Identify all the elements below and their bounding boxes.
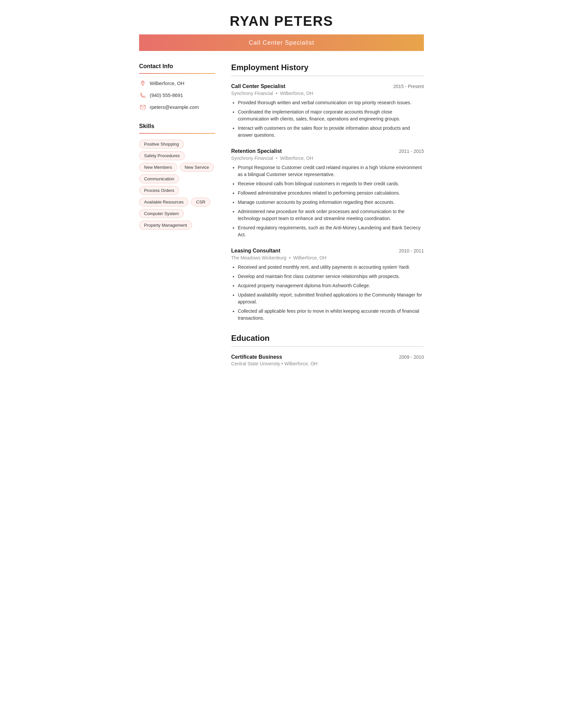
skills-section: Skills Positive ShoppingSafety Procedure… [139,123,215,230]
contact-divider [139,73,215,74]
main-layout: Contact Info Wilberforce, OH [139,63,424,366]
skills-tags-container: Positive ShoppingSafety ProceduresNew Me… [139,140,215,230]
job-header: Leasing Consultant 2010 - 2011 [231,248,424,254]
job-bullets-list: Received and posted monthly rent, and ut… [231,264,424,322]
job-bullet: Collected all applicable fees prior to m… [238,308,424,322]
phone-icon [139,92,146,99]
job-bullet: Followed administrative procedures relat… [238,190,424,197]
job-company: Synchrony Financial • Wilberforce, OH [231,91,424,96]
contact-email: rpeters@example.com [139,104,215,111]
contact-phone: (940) 555-8691 [139,92,215,99]
contact-location-text: Wilberforce, OH [150,81,184,86]
job-bullet: Updated availability report, submitted f… [238,292,424,305]
location-icon [139,80,146,87]
title-banner: Call Center Specialist [139,34,424,51]
job-title-text: Leasing Consultant [231,248,280,254]
skills-heading: Skills [139,123,215,130]
edu-dates: 2009 - 2010 [399,354,424,360]
svg-point-0 [142,82,143,83]
skill-tag: Process Orders [139,186,179,195]
contact-heading: Contact Info [139,63,215,70]
contact-location: Wilberforce, OH [139,80,215,87]
skill-tag: Available Resources [139,198,188,206]
job-company: Synchrony Financial • Wilberforce, OH [231,156,424,161]
education-divider [231,346,424,347]
job-header: Call Center Specialist 2015 - Present [231,83,424,89]
job-bullet: Received and posted monthly rent, and ut… [238,264,424,271]
skill-tag: Computer System [139,209,184,218]
job-dates: 2010 - 2011 [399,248,424,253]
employment-divider [231,75,424,76]
contact-phone-text: (940) 555-8691 [150,93,183,98]
job-title-text: Call Center Specialist [231,83,286,89]
skill-tag: CSR [191,198,210,206]
skill-tag: Safety Procedures [139,151,185,160]
job-company: The Meadows Wickenburg • Wilberforce, OH [231,255,424,260]
edu-container: Certificate Business 2009 - 2010 Central… [231,354,424,366]
skill-tag: Positive Shopping [139,140,184,149]
contact-email-text: rpeters@example.com [150,105,199,110]
education-section: Education Certificate Business 2009 - 20… [231,334,424,366]
skill-tag: New Members [139,163,177,172]
edu-school: Central State University • Wilberforce, … [231,361,424,366]
skills-divider [139,133,215,134]
job-dates: 2011 - 2015 [399,149,424,154]
job-entry: Call Center Specialist 2015 - Present Sy… [231,83,424,139]
job-bullet: Prompt Response to Customer credit card … [238,164,424,178]
education-heading: Education [231,334,424,343]
contact-list: Wilberforce, OH (940) 555-8691 [139,80,215,111]
edu-header: Certificate Business 2009 - 2010 [231,354,424,360]
resume-name: RYAN PETERS [139,13,424,29]
skill-tag: New Service [180,163,214,172]
right-column: Employment History Call Center Specialis… [231,63,424,366]
jobs-container: Call Center Specialist 2015 - Present Sy… [231,83,424,322]
job-bullets-list: Prompt Response to Customer credit card … [231,164,424,239]
job-header: Retention Specialist 2011 - 2015 [231,148,424,154]
edu-entry: Certificate Business 2009 - 2010 Central… [231,354,424,366]
job-bullet: Coordinated the implementation of major … [238,109,424,122]
job-bullet: Develop and maintain first class custome… [238,273,424,280]
job-bullet: Provided thorough written and verbal com… [238,99,424,106]
contact-section: Contact Info Wilberforce, OH [139,63,215,111]
email-icon [139,104,146,111]
job-entry: Leasing Consultant 2010 - 2011 The Meado… [231,248,424,322]
job-bullet: Interact with customers on the sales flo… [238,125,424,139]
job-title-text: Retention Specialist [231,148,282,154]
edu-degree: Certificate Business [231,354,282,360]
employment-section: Employment History Call Center Specialis… [231,63,424,322]
skill-tag: Property Management [139,221,192,230]
skill-tag: Communication [139,174,179,183]
job-bullet: Administered new procedure for work orde… [238,208,424,222]
job-entry: Retention Specialist 2011 - 2015 Synchro… [231,148,424,239]
job-bullet: Manage customer accounts by posting info… [238,199,424,206]
left-column: Contact Info Wilberforce, OH [139,63,215,230]
job-bullet: Acquired property management diploma fro… [238,282,424,289]
job-bullet: Receive inbound calls from bilingual cus… [238,180,424,187]
job-bullet: Ensured regulatory requirements, such as… [238,224,424,238]
job-dates: 2015 - Present [394,84,424,89]
job-title: Call Center Specialist [249,39,314,46]
employment-heading: Employment History [231,63,424,72]
job-bullets-list: Provided thorough written and verbal com… [231,99,424,139]
